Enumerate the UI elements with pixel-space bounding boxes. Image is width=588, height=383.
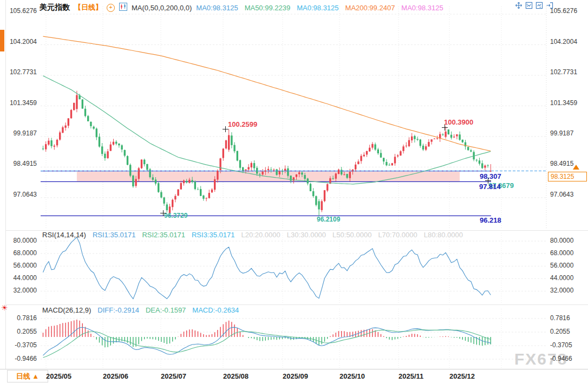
rsi-value: RSI2:35.0171 (142, 231, 185, 239)
macd-value: MACD:-0.2634 (192, 306, 239, 314)
price-axis-label-left: 105.6276 (2, 7, 37, 15)
ma-value: MA0:98.3125 (401, 4, 443, 12)
symbol-title: 美元指数 (40, 3, 70, 12)
period-button[interactable]: 日线 ▲ (7, 370, 48, 382)
chart-header: 美元指数 【日线】 + MA(0,50,0,200,0,0) MA0:98.31… (40, 3, 450, 12)
macd-axis-label-right: 0.7816 (550, 314, 570, 322)
anchor-marker[interactable] (485, 178, 491, 184)
price-axis-label-right: 104.2004 (550, 38, 577, 46)
swing-low-label-jul: 96.3729 (164, 212, 187, 219)
price-axis-label-right: 97.0643 (550, 191, 573, 198)
rsi-axis-label-right: 44.0000 (550, 274, 573, 282)
rsi-axis-label-left: 56.0000 (2, 262, 37, 269)
price-axis-label-left: 99.9187 (2, 129, 37, 137)
rsi-level: L70:70.0000 (378, 231, 417, 239)
rsi-value: RSI1:35.0171 (93, 231, 136, 239)
rsi-value: RSI3:35.0171 (192, 231, 235, 239)
swing-high-label-aug: 100.2599 (228, 120, 257, 128)
swing-low-label-sep: 96.2109 (317, 216, 340, 223)
date-axis-label: 2025/10 (339, 372, 365, 380)
rsi-level: L30:30.0000 (287, 231, 326, 239)
date-axis-label: 2025/05 (46, 372, 71, 380)
macd-axis-label-left: -0.9466 (2, 355, 37, 362)
rsi-axis-label-right: 56.0000 (550, 262, 573, 269)
price-up-arrow-icon (573, 165, 579, 170)
date-axis-label: 2025/06 (103, 372, 128, 380)
date-axis-label: 2025/12 (449, 372, 475, 380)
macd-axis-label-right: -0.3705 (550, 341, 572, 349)
pan-icon[interactable] (514, 2, 523, 9)
rsi-level: L50:50.0000 (332, 231, 371, 239)
rsi-level: L20:20.0000 (241, 231, 280, 239)
price-axis-label-left: 101.3459 (2, 99, 37, 107)
macd-axis-label-left: 0.7816 (2, 314, 37, 322)
rsi-axis-label-right: 68.0000 (550, 249, 573, 257)
macd-axis-label-left: 0.2055 (2, 328, 37, 335)
ma-value: MA200:99.2407 (345, 4, 395, 12)
price-axis-label-right: 99.9187 (550, 129, 573, 137)
rsi-axis-label-left: 68.0000 (2, 249, 37, 257)
price-axis-label-right: 105.6276 (550, 7, 577, 15)
rsi-axis-label-left: 44.0000 (2, 274, 37, 282)
anchor-marker[interactable] (160, 210, 166, 216)
macd-header: MACD(26,12,9) DIFF:-0.2914DEA:-0.1597MAC… (42, 306, 245, 314)
anchor-marker[interactable] (442, 125, 448, 131)
current-price-box: 98.3125 (548, 172, 587, 181)
date-axis-label: 2025/08 (223, 372, 249, 380)
date-axis-bar: 日线 ▲ 2025/052025/062025/072025/082025/09… (0, 369, 588, 383)
date-axis-label: 2025/07 (161, 372, 186, 380)
macd-value-list: DIFF:-0.2914DEA:-0.1597MACD:-0.2634 (97, 306, 245, 314)
ma-value: MA0:98.3125 (196, 4, 238, 12)
period-tag[interactable]: 【日线】 (74, 3, 102, 12)
date-axis-label: 2025/11 (398, 372, 423, 380)
x-axis-scale-icon[interactable] (535, 2, 544, 9)
rsi-axis-label-right: 80.0000 (550, 237, 573, 244)
rsi-header: RSI(14,14,14) RSI1:35.0171RSI2:35.0171RS… (42, 231, 469, 239)
left-rail (0, 0, 5, 369)
price-axis-label-left: 97.0643 (2, 191, 37, 198)
support-line-label-3: 96.218 (480, 216, 501, 224)
macd-panel-svg[interactable] (41, 309, 547, 368)
price-axis-label-right: 98.4915 (550, 160, 573, 167)
rsi-title: RSI(14,14,14) (42, 231, 86, 239)
rsi-level: L80:80.0000 (424, 231, 463, 239)
rsi-axis-label-left: 80.0000 (2, 237, 37, 244)
rsi-value-list: RSI1:35.0171RSI2:35.0171RSI3:35.0171 (93, 231, 241, 239)
price-axis-label-left: 102.7731 (2, 68, 37, 76)
macd-panel-divider (6, 304, 588, 305)
date-axis-label: 2025/09 (283, 372, 308, 380)
macd-axis-label-left: -0.3705 (2, 341, 37, 349)
price-axis-label-right: 101.3459 (550, 99, 577, 107)
ma-value: MA50:99.2239 (245, 4, 291, 12)
ma-value: MA0:98.3125 (297, 4, 338, 12)
macd-axis-label-right: 0.2055 (550, 328, 570, 335)
ma-value-list: MA0:98.3125MA50:99.2239MA0:98.3125MA200:… (196, 4, 449, 12)
price-axis-label-left: 98.4915 (2, 160, 37, 167)
header-toolbar (514, 2, 554, 9)
rsi-axis-label-left: 32.0000 (2, 287, 37, 294)
price-axis-label-left: 104.2004 (2, 38, 37, 46)
exit-chart-icon[interactable] (545, 2, 554, 9)
y-axis-scale-icon[interactable] (525, 2, 533, 9)
rsi-level-list: L20:20.0000L30:30.0000L50:50.0000L70:70.… (241, 231, 469, 239)
panel-left-divider (5, 0, 6, 369)
candlestick-chart-icon[interactable] (119, 3, 127, 12)
anchor-marker[interactable] (223, 126, 228, 132)
macd-axis-label-right: -0.9466 (550, 355, 572, 362)
add-compare-icon[interactable]: + (107, 4, 115, 12)
macd-value: DEA:-0.1597 (146, 306, 186, 314)
support-line-label-2: 97.814 (479, 183, 501, 191)
rsi-panel-svg[interactable] (41, 233, 547, 303)
swing-high-label-nov: 100.3900 (444, 118, 473, 126)
ma-settings-label: MA(0,50,0,200,0,0) (132, 4, 192, 12)
rsi-axis-label-right: 32.0000 (550, 287, 573, 294)
price-axis-label-right: 102.7731 (550, 68, 577, 76)
macd-title: MACD(26,12,9) (42, 306, 91, 314)
hot-indicator-icon[interactable]: ☀ (1, 303, 8, 312)
macd-value: DIFF:-0.2914 (97, 306, 139, 314)
